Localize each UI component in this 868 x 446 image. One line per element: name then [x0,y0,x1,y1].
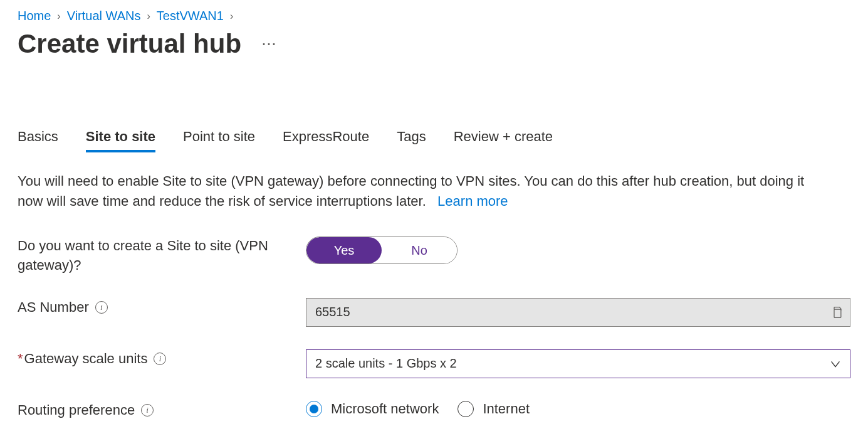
label-create-gateway: Do you want to create a Site to site (VP… [18,236,306,275]
tab-basics[interactable]: Basics [18,129,58,152]
radio-internet[interactable]: Internet [458,401,530,417]
radio-icon-unselected [458,401,474,417]
tab-description: You will need to enable Site to site (VP… [18,171,820,211]
breadcrumb-testvwan1[interactable]: TestVWAN1 [157,9,224,23]
breadcrumb: Home › Virtual WANs › TestVWAN1 › [18,3,850,23]
gateway-scale-select[interactable]: 2 scale units - 1 Gbps x 2 [306,349,850,378]
row-create-gateway: Do you want to create a Site to site (VP… [18,236,850,275]
info-icon[interactable]: i [95,301,108,314]
gateway-scale-value: 2 scale units - 1 Gbps x 2 [315,356,829,371]
page-title: Create virtual hub [18,28,241,60]
breadcrumb-virtual-wans[interactable]: Virtual WANs [67,9,141,23]
title-row: Create virtual hub ⋯ [18,23,850,66]
tab-point-to-site[interactable]: Point to site [183,129,255,152]
label-gateway-scale-text: Gateway scale units [24,351,148,366]
tab-description-text: You will need to enable Site to site (VP… [18,173,804,209]
toggle-create-gateway-no[interactable]: No [382,237,457,263]
label-routing-preference: Routing preference i [18,401,306,420]
chevron-right-icon: › [57,11,60,22]
form: Do you want to create a Site to site (VP… [18,236,850,420]
label-as-number-text: AS Number [18,298,89,317]
svg-rect-0 [834,309,841,317]
required-asterisk: * [18,351,23,366]
tab-expressroute[interactable]: ExpressRoute [283,129,369,152]
info-icon[interactable]: i [154,353,166,365]
tabs: Basics Site to site Point to site Expres… [18,129,850,152]
chevron-right-icon: › [230,11,233,22]
chevron-right-icon: › [147,11,150,22]
tab-tags[interactable]: Tags [397,129,426,152]
radio-internet-label: Internet [483,401,530,417]
info-icon[interactable]: i [141,404,154,417]
radio-icon-selected [306,401,322,417]
row-gateway-scale: *Gateway scale units i 2 scale units - 1… [18,349,850,378]
row-as-number: AS Number i 65515 [18,298,850,327]
chevron-down-icon [829,357,842,371]
label-as-number: AS Number i [18,298,306,317]
learn-more-link[interactable]: Learn more [437,193,508,209]
radio-microsoft-network-label: Microsoft network [331,401,439,417]
copy-icon[interactable] [831,305,844,320]
label-gateway-scale: *Gateway scale units i [18,349,306,369]
label-routing-preference-text: Routing preference [18,401,135,420]
tab-site-to-site[interactable]: Site to site [86,129,155,152]
as-number-value: 65515 [315,305,831,319]
radio-microsoft-network[interactable]: Microsoft network [306,401,439,417]
label-create-gateway-text: Do you want to create a Site to site (VP… [18,236,306,275]
toggle-create-gateway: Yes No [306,236,458,264]
row-routing-preference: Routing preference i Microsoft network I… [18,401,850,420]
as-number-field: 65515 [306,298,850,327]
routing-preference-group: Microsoft network Internet [306,401,850,417]
more-actions-button[interactable]: ⋯ [259,34,280,54]
tab-review-create[interactable]: Review + create [454,129,553,152]
toggle-create-gateway-yes[interactable]: Yes [306,237,382,263]
breadcrumb-home[interactable]: Home [18,9,51,23]
